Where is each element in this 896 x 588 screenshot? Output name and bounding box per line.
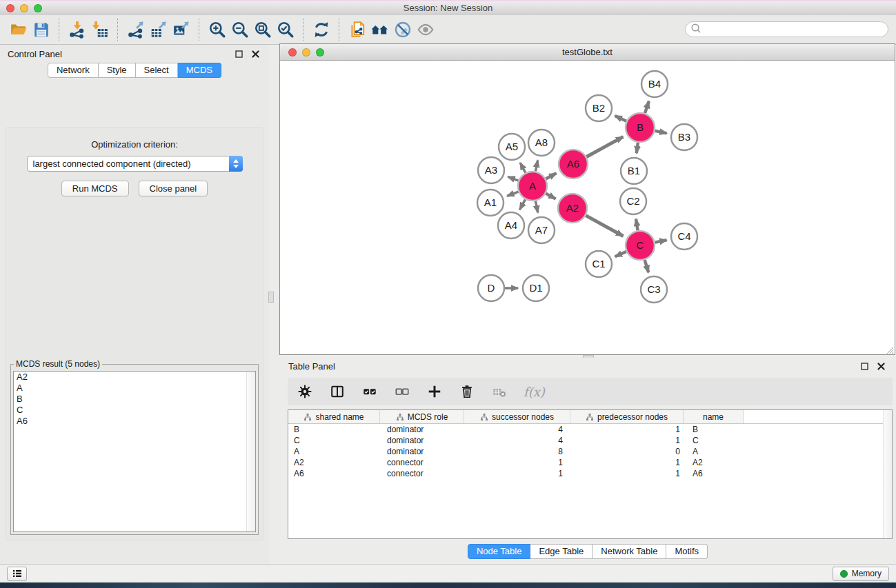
tab-style[interactable]: Style [99, 63, 136, 78]
graph-node-A[interactable]: A [518, 172, 547, 201]
graph-node-B4[interactable]: B4 [641, 71, 668, 97]
mcds-result-item[interactable]: A6 [14, 416, 255, 427]
cell-predecessor-nodes[interactable]: 1 [570, 436, 684, 445]
vertical-splitter-grip[interactable] [268, 292, 274, 303]
export-table-icon[interactable] [147, 18, 170, 41]
table-row[interactable]: A2connector11A2 [288, 457, 892, 468]
zoom-in-icon[interactable] [206, 18, 228, 41]
cell-name[interactable]: A6 [684, 469, 744, 478]
graph-node-B[interactable]: B [626, 113, 655, 142]
deselect-all-icon[interactable] [394, 383, 410, 400]
tab-network-table[interactable]: Network Table [593, 544, 666, 559]
edge-C-C3[interactable] [645, 260, 649, 272]
save-session-icon[interactable] [30, 18, 52, 41]
edge-B-B1[interactable] [637, 143, 638, 154]
column-header-mcds-role[interactable]: MCDS role [380, 410, 464, 423]
dropdown-stepper-icon[interactable] [229, 156, 243, 172]
graph-node-C3[interactable]: C3 [641, 276, 667, 303]
graph-node-D1[interactable]: D1 [523, 275, 549, 301]
split-panel-icon[interactable] [329, 383, 346, 400]
graph-node-A7[interactable]: A7 [528, 217, 555, 243]
cell-predecessor-nodes[interactable]: 1 [570, 425, 684, 434]
cell-mcds-role[interactable]: dominator [380, 425, 464, 434]
graph-node-A2[interactable]: A2 [558, 194, 587, 223]
clone-network-icon[interactable] [346, 18, 368, 41]
import-network-icon[interactable] [66, 18, 88, 41]
edge-A2-C[interactable] [586, 216, 623, 236]
first-neighbors-icon[interactable] [368, 18, 391, 41]
close-window-button[interactable] [6, 4, 14, 12]
memory-button[interactable]: Memory [833, 567, 889, 581]
cell-shared-name[interactable]: A [288, 447, 380, 456]
cell-mcds-role[interactable]: connector [380, 458, 464, 467]
select-all-icon[interactable] [361, 383, 378, 400]
edge-A-A7[interactable] [535, 201, 537, 213]
zoom-fit-icon[interactable] [251, 18, 274, 41]
function-builder-button[interactable]: f(x) [524, 385, 545, 399]
mcds-result-item[interactable]: A [14, 383, 255, 394]
cell-successor-nodes[interactable]: 1 [464, 469, 570, 478]
close-panel-button[interactable]: Close panel [139, 181, 208, 196]
tab-motifs[interactable]: Motifs [666, 544, 708, 559]
graph-node-A1[interactable]: A1 [477, 190, 504, 216]
graph-node-C[interactable]: C [626, 231, 655, 260]
cell-shared-name[interactable]: B [288, 425, 380, 434]
cell-successor-nodes[interactable]: 4 [464, 425, 570, 434]
resize-grip-icon[interactable] [885, 345, 894, 354]
minimize-window-button[interactable] [20, 4, 28, 12]
open-session-icon[interactable] [7, 18, 30, 41]
tab-node-table[interactable]: Node Table [468, 544, 531, 559]
edge-A-A2[interactable] [546, 194, 555, 199]
network-zoom-button[interactable] [316, 48, 324, 57]
table-row[interactable]: A6connector11A6 [288, 468, 892, 479]
network-minimize-button[interactable] [302, 48, 310, 57]
cell-successor-nodes[interactable]: 4 [464, 436, 570, 445]
graph-node-A5[interactable]: A5 [499, 134, 525, 160]
cell-name[interactable]: A2 [684, 458, 744, 467]
graph-node-B3[interactable]: B3 [671, 124, 697, 150]
table-row[interactable]: Cdominator41C [288, 435, 892, 446]
mcds-result-item[interactable]: B [14, 394, 255, 405]
edge-B-B4[interactable] [645, 101, 649, 113]
graph-node-A3[interactable]: A3 [478, 157, 504, 183]
delete-columns-icon[interactable] [459, 383, 475, 400]
column-header-predecessor-nodes[interactable]: predecessor nodes [570, 410, 684, 423]
search-box[interactable] [685, 21, 888, 37]
cell-successor-nodes[interactable]: 8 [464, 447, 570, 456]
cell-mcds-role[interactable]: connector [380, 469, 464, 478]
close-panel-icon[interactable] [875, 361, 887, 372]
graph-node-B2[interactable]: B2 [586, 95, 612, 121]
result-list-scrollbar[interactable] [246, 372, 255, 531]
cell-predecessor-nodes[interactable]: 0 [570, 447, 684, 456]
column-header-successor-nodes[interactable]: successor nodes [464, 410, 570, 423]
network-close-button[interactable] [288, 48, 297, 57]
export-image-icon[interactable] [170, 18, 192, 41]
cell-name[interactable]: C [684, 436, 744, 445]
column-header-shared-name[interactable]: shared name [288, 410, 380, 423]
edge-A-A6[interactable] [546, 173, 556, 179]
hide-annotations-icon[interactable] [391, 18, 414, 41]
tab-mcds[interactable]: MCDS [178, 63, 221, 78]
network-graph[interactable]: B4B2BB3A8A5A6A3B1AC2A1A2A4A7C4CC1C3DD1 [280, 61, 895, 354]
graph-node-C1[interactable]: C1 [586, 251, 612, 277]
edge-A-A8[interactable] [535, 161, 537, 172]
cell-shared-name[interactable]: A2 [288, 458, 380, 467]
task-history-button[interactable] [7, 567, 27, 581]
cell-name[interactable]: B [684, 425, 744, 434]
table-row[interactable]: Bdominator41B [288, 424, 892, 435]
edge-B-B3[interactable] [655, 131, 667, 134]
cell-predecessor-nodes[interactable]: 1 [570, 458, 684, 467]
mcds-result-item[interactable]: A2 [14, 372, 255, 383]
graph-node-A6[interactable]: A6 [559, 150, 588, 179]
run-mcds-button[interactable]: Run MCDS [61, 181, 129, 196]
edge-A-A1[interactable] [507, 192, 518, 196]
table-row[interactable]: Adominator80A [288, 446, 892, 457]
edge-C-C1[interactable] [615, 252, 626, 256]
show-graphics-details-icon[interactable] [414, 18, 437, 41]
edge-B-B2[interactable] [615, 116, 627, 121]
refresh-icon[interactable] [310, 18, 332, 41]
graph-node-A4[interactable]: A4 [498, 212, 524, 239]
edge-C-C2[interactable] [636, 219, 638, 231]
add-column-icon[interactable] [426, 383, 443, 400]
cell-name[interactable]: A [684, 447, 744, 456]
